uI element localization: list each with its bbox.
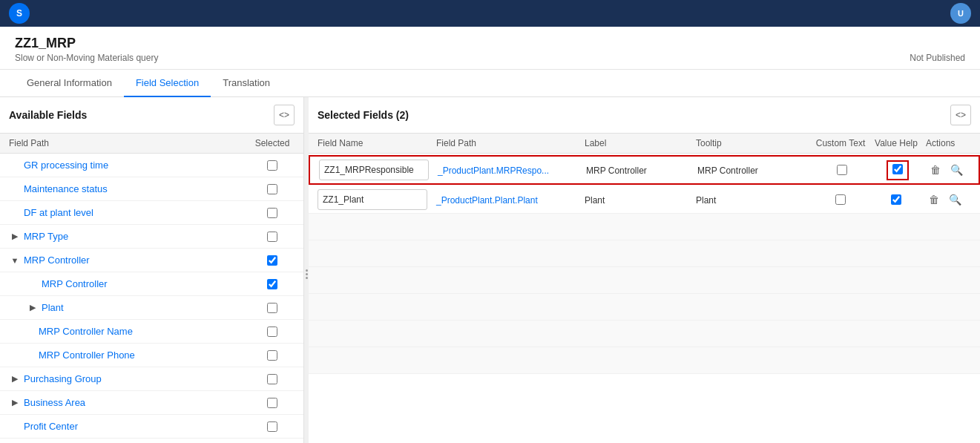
- field-path-link-1[interactable]: _ProductPlant.MRPRespo...: [438, 165, 549, 176]
- delete-icon-1[interactable]: 🗑: [927, 162, 944, 178]
- field-path-link-2[interactable]: _ProductPlant.Plant.Plant: [436, 195, 538, 206]
- col-custom-text-header: Custom Text: [815, 138, 866, 148]
- field-name-cell-1: [319, 160, 438, 180]
- checkbox-input-mrp-controller-phone[interactable]: [267, 350, 277, 361]
- checkbox-input-maintenance-status[interactable]: [267, 184, 277, 194]
- page-header: ZZ1_MRP Slow or Non-Moving Materials que…: [0, 27, 980, 70]
- selected-field-row: _ProductPlant.MRPRespo... MRP Controller…: [309, 155, 980, 185]
- expand-icon-plant[interactable]: ▶: [27, 302, 39, 314]
- divider-dot: [306, 277, 308, 279]
- logo: S: [9, 3, 30, 24]
- left-panel-header: Available Fields <>: [0, 97, 303, 134]
- right-panel-code-button[interactable]: <>: [950, 105, 971, 125]
- custom-text-checkbox-2[interactable]: [835, 194, 846, 205]
- checkbox-input-df-at-plant[interactable]: [267, 208, 277, 218]
- actions-container-2: 🗑 🔍: [926, 191, 971, 208]
- status-badge: Not Published: [910, 53, 965, 63]
- label-cell-1: MRP Controller: [586, 165, 697, 176]
- checkbox-gr-processing: [250, 160, 295, 171]
- checkbox-input-mrp-controller-name[interactable]: [267, 326, 277, 337]
- left-table-header: Field Path Selected: [0, 134, 303, 154]
- empty-row: [309, 267, 980, 294]
- right-panel-header: Selected Fields (2) <>: [309, 97, 980, 134]
- label-text-2: Plant: [585, 195, 605, 206]
- left-fields-list: GR processing time Maintenance status: [0, 154, 303, 443]
- user-avatar[interactable]: U: [950, 3, 971, 24]
- expand-icon-mrp-type[interactable]: ▶: [9, 231, 21, 243]
- actions-cell-2: 🗑 🔍: [926, 191, 971, 208]
- field-profit-center[interactable]: Profit Center: [24, 421, 78, 432]
- main-content: Available Fields <> Field Path Selected …: [0, 97, 980, 443]
- tab-general-information[interactable]: General Information: [15, 70, 124, 97]
- tooltip-text-2: Plant: [696, 195, 716, 206]
- col-value-help-header: Value Help: [866, 138, 926, 148]
- field-gr-processing[interactable]: GR processing time: [24, 160, 108, 171]
- field-name-cell-2: [318, 189, 436, 210]
- list-item: ▶ Business Area: [0, 391, 303, 415]
- search-icon-2[interactable]: 🔍: [947, 191, 963, 208]
- custom-text-checkbox-1[interactable]: [837, 165, 847, 175]
- checkbox-profit-center: [250, 421, 295, 432]
- checkbox-maintenance-status: [250, 184, 295, 194]
- checkbox-input-gr-processing[interactable]: [267, 160, 277, 171]
- field-mrp-controller[interactable]: MRP Controller: [24, 255, 90, 266]
- checkbox-input-profit-center[interactable]: [267, 421, 277, 432]
- expand-icon-business-area[interactable]: ▶: [9, 397, 21, 409]
- checkbox-input-plant[interactable]: [267, 303, 277, 313]
- field-purchasing-group[interactable]: Purchasing Group: [24, 373, 102, 384]
- list-item: GR processing time: [0, 154, 303, 177]
- expand-icon-mrp-controller[interactable]: ▼: [9, 255, 21, 266]
- checkbox-purchasing-group: [250, 374, 295, 384]
- col-field-path-header-right: Field Path: [436, 138, 585, 148]
- checkbox-mrp-type: [250, 232, 295, 242]
- tooltip-cell-2: Plant: [696, 194, 815, 206]
- field-df-at-plant[interactable]: DF at plant level: [24, 207, 93, 218]
- checkbox-df-at-plant: [250, 208, 295, 218]
- list-item: ▶ MRP Type: [0, 225, 303, 249]
- empty-rows: [309, 214, 980, 374]
- right-table-header: Field Name Field Path Label Tooltip Cust…: [309, 134, 980, 154]
- checkbox-input-business-area[interactable]: [267, 398, 277, 408]
- field-path-cell-1: _ProductPlant.MRPRespo...: [438, 165, 586, 176]
- list-item: MRP Controller Name: [0, 320, 303, 344]
- tab-translation[interactable]: Translation: [211, 70, 282, 97]
- app-title: ZZ1_MRP: [15, 36, 158, 51]
- checkbox-mrp-controller: [250, 255, 295, 266]
- list-item: Profit Center: [0, 415, 303, 439]
- top-navigation: S U: [0, 0, 980, 27]
- field-maintenance-status[interactable]: Maintenance status: [24, 183, 108, 194]
- checkbox-input-mrp-controller[interactable]: [267, 255, 277, 266]
- col-actions-header: Actions: [926, 138, 971, 148]
- actions-cell-1: 🗑 🔍: [927, 162, 970, 178]
- col-selected-header: Selected: [250, 138, 295, 148]
- checkbox-input-mrp-type[interactable]: [267, 232, 277, 242]
- field-business-area[interactable]: Business Area: [24, 397, 85, 408]
- checkbox-input-mrp-controller-child[interactable]: [267, 279, 277, 289]
- field-mrp-controller-child[interactable]: MRP Controller: [42, 278, 108, 289]
- col-field-path-header: Field Path: [9, 138, 250, 148]
- field-name-input-2[interactable]: [318, 189, 427, 210]
- label-cell-2: Plant: [585, 194, 696, 206]
- checkbox-business-area: [250, 398, 295, 408]
- value-help-checkbox-2[interactable]: [891, 194, 901, 205]
- field-mrp-controller-name[interactable]: MRP Controller Name: [39, 326, 133, 337]
- field-mrp-controller-phone[interactable]: MRP Controller Phone: [39, 350, 135, 361]
- field-name-input-1[interactable]: [319, 160, 429, 180]
- field-path-cell-2: _ProductPlant.Plant.Plant: [436, 194, 585, 206]
- empty-row: [309, 294, 980, 321]
- delete-icon-2[interactable]: 🗑: [926, 191, 942, 208]
- value-help-checkbox-1[interactable]: [892, 164, 903, 174]
- custom-text-cell-2: [815, 194, 866, 205]
- col-field-name-header: Field Name: [318, 138, 436, 148]
- header-left: ZZ1_MRP Slow or Non-Moving Materials que…: [15, 36, 158, 63]
- list-item: DF at plant level: [0, 201, 303, 225]
- col-tooltip-header: Tooltip: [696, 138, 815, 148]
- field-mrp-type[interactable]: MRP Type: [24, 231, 68, 242]
- search-icon-1[interactable]: 🔍: [948, 162, 964, 178]
- expand-icon-purchasing-group[interactable]: ▶: [9, 373, 21, 385]
- code-icon-button[interactable]: <>: [274, 105, 295, 125]
- field-plant[interactable]: Plant: [42, 302, 64, 313]
- checkbox-input-purchasing-group[interactable]: [267, 374, 277, 384]
- empty-row: [309, 321, 980, 347]
- tab-field-selection[interactable]: Field Selection: [124, 70, 211, 97]
